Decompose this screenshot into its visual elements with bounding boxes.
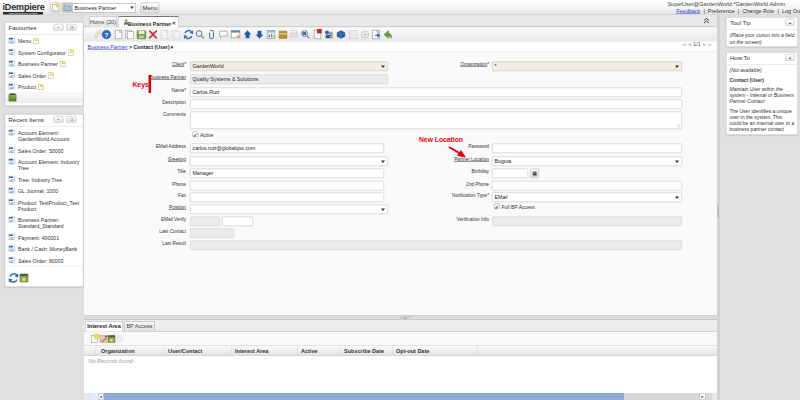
svg-text:?: ? [105,31,109,38]
